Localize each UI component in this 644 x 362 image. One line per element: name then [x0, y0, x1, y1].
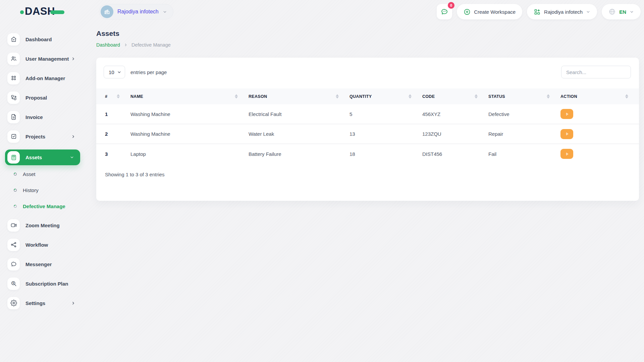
- create-workspace-button[interactable]: Create Workspace: [457, 4, 522, 19]
- svg-text:$: $: [12, 282, 14, 285]
- workspace-switcher[interactable]: Rajodiya infotech: [99, 4, 173, 19]
- sidebar-subitem-asset[interactable]: Asset: [5, 171, 87, 177]
- topbar: Rajodiya infotech 0 Create Workspace Raj…: [87, 0, 644, 23]
- search-dollar-icon: $: [7, 278, 20, 290]
- cell-reason: Electrical Fault: [249, 104, 350, 124]
- cell-index: 1: [96, 104, 130, 124]
- sort-icon: [235, 94, 238, 99]
- share-nodes-icon: [7, 239, 20, 251]
- notification-badge: 0: [448, 2, 454, 9]
- breadcrumb-dashboard-link[interactable]: Dashboard: [96, 42, 120, 48]
- plus-circle-icon: [464, 8, 471, 15]
- sidebar-subitem-history[interactable]: History: [5, 187, 87, 193]
- row-action-button[interactable]: [560, 109, 573, 119]
- column-header-name[interactable]: NAME: [130, 88, 249, 104]
- language-menu[interactable]: EN: [602, 4, 641, 19]
- sidebar-item-label: Settings: [25, 300, 45, 306]
- home-icon: [7, 33, 20, 46]
- invoice-file-icon: [7, 111, 20, 123]
- cell-code: DIST456: [422, 144, 488, 164]
- cell-name: Washing Machine: [130, 104, 249, 124]
- logo-dot-accent: [20, 10, 24, 14]
- search-input[interactable]: [561, 66, 631, 78]
- sidebar-subitem-label: History: [23, 187, 39, 193]
- cell-quantity: 18: [350, 144, 422, 164]
- cell-index: 2: [96, 124, 130, 144]
- users-icon: [7, 53, 20, 65]
- main-area: Rajodiya infotech 0 Create Workspace Raj…: [87, 0, 644, 362]
- language-label: EN: [619, 9, 626, 15]
- column-header-code[interactable]: CODE: [422, 88, 488, 104]
- grid-icon: [7, 72, 20, 84]
- sidebar-item-dashboard[interactable]: Dashboard: [5, 33, 82, 46]
- workspace-avatar: [101, 5, 113, 18]
- sidebar-subitem-label: Defective Manage: [23, 203, 65, 209]
- sidebar-item-label: Workflow: [25, 242, 48, 248]
- play-icon: [565, 152, 569, 156]
- sidebar-item-label: Projects: [25, 134, 45, 139]
- entries-per-page-select[interactable]: 10: [104, 66, 125, 78]
- gear-icon: [7, 297, 20, 309]
- sidebar-item-workflow[interactable]: Workflow: [5, 238, 82, 251]
- sidebar-item-label: Assets: [25, 155, 42, 160]
- cell-name: Washing Machine: [130, 124, 249, 144]
- sidebar-item-addon-manager[interactable]: Add-on Manager: [5, 72, 82, 84]
- entries-per-page-value: 10: [109, 69, 114, 75]
- sidebar-item-projects[interactable]: Projects: [5, 130, 82, 143]
- sidebar-item-user-management[interactable]: User Management: [5, 52, 82, 65]
- globe-icon: [608, 8, 616, 15]
- video-camera-icon: [7, 219, 20, 232]
- sidebar-item-messenger[interactable]: Messenger: [5, 258, 82, 270]
- cell-reason: Water Leak: [249, 124, 350, 144]
- cell-quantity: 5: [350, 104, 422, 124]
- sidebar-item-assets[interactable]: Assets: [5, 149, 80, 165]
- row-action-button[interactable]: [560, 129, 573, 139]
- page-content: Assets Dashboard Defective Manage 10 ent…: [87, 23, 644, 201]
- column-header-reason[interactable]: REASON: [249, 88, 350, 104]
- table-row: 3 Laptop Battery Failure 18 DIST456 Fail: [96, 144, 639, 164]
- sidebar: DASH Dashboard User Management: [0, 0, 87, 362]
- cell-name: Laptop: [130, 144, 249, 164]
- sidebar-item-invoice[interactable]: Invoice: [5, 111, 82, 123]
- cell-status: Repair: [488, 124, 560, 144]
- chevron-down-icon: [117, 70, 121, 74]
- check-square-icon: [7, 130, 20, 143]
- assets-submenu: Asset History Defective Manage: [5, 171, 87, 209]
- cell-status: Fail: [488, 144, 560, 164]
- brand-logo[interactable]: DASH: [20, 5, 87, 18]
- breadcrumb: Dashboard Defective Manage: [96, 42, 639, 48]
- chat-bubble-icon: [7, 258, 20, 270]
- chevron-right-icon: [71, 134, 75, 139]
- column-header-status[interactable]: STATUS: [488, 88, 560, 104]
- defective-table-card: 10 entries per page # NAME: [96, 58, 639, 201]
- defective-table: # NAME REASON QUANTITY CODE STATUS ACTIO…: [96, 88, 639, 164]
- sidebar-item-subscription-plan[interactable]: $ Subscription Plan: [5, 277, 82, 290]
- cell-reason: Battery Failure: [249, 144, 350, 164]
- chat-notification-icon: [440, 8, 448, 16]
- sidebar-subitem-defective-manage[interactable]: Defective Manage: [5, 203, 87, 209]
- sidebar-item-proposal[interactable]: Proposal: [5, 91, 82, 104]
- column-header-index[interactable]: #: [96, 88, 130, 104]
- workspace-grid-icon: [534, 8, 541, 15]
- sort-icon: [409, 94, 412, 99]
- sidebar-item-zoom-meeting[interactable]: Zoom Meeting: [5, 219, 82, 232]
- topbar-actions: 0 Create Workspace Rajodiya infotech EN: [437, 4, 641, 19]
- sidebar-item-label: Invoice: [25, 114, 43, 120]
- cell-status: Defective: [488, 104, 560, 124]
- play-icon: [565, 112, 569, 116]
- sidebar-item-label: Messenger: [25, 261, 52, 267]
- column-header-action[interactable]: ACTION: [560, 88, 639, 104]
- sort-icon: [336, 94, 339, 99]
- sidebar-item-settings[interactable]: Settings: [5, 297, 82, 309]
- sidebar-menu: Dashboard User Management Add-on Manager: [0, 33, 87, 309]
- column-header-quantity[interactable]: QUANTITY: [350, 88, 422, 104]
- company-menu[interactable]: Rajodiya infotech: [527, 4, 597, 19]
- notifications-button[interactable]: 0: [437, 4, 452, 19]
- swap-icon: [7, 92, 20, 104]
- sort-icon: [475, 94, 478, 99]
- cell-index: 3: [96, 144, 130, 164]
- row-action-button[interactable]: [560, 149, 573, 159]
- table-controls: 10 entries per page: [96, 58, 639, 78]
- chevron-down-icon: [163, 10, 167, 14]
- chevron-down-icon: [630, 10, 634, 14]
